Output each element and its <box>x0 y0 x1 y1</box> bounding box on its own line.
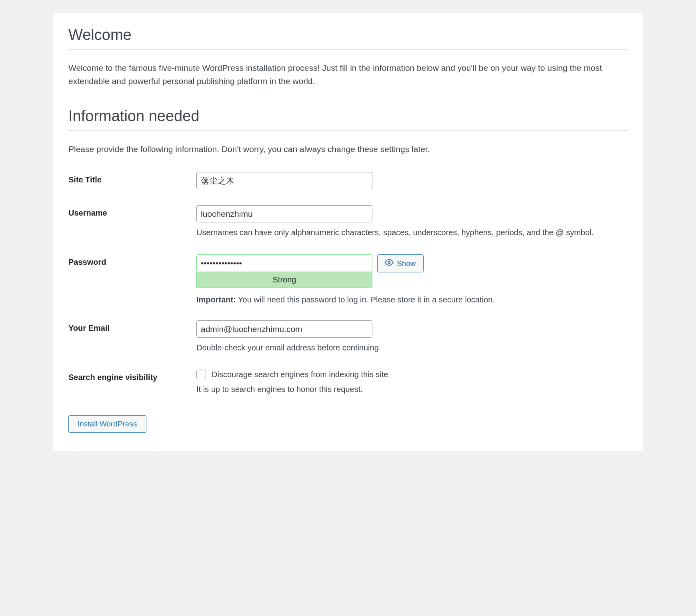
password-row: Password Strong S <box>68 254 628 304</box>
welcome-intro: Welcome to the famous five-minute WordPr… <box>68 62 628 88</box>
important-label: Important: <box>196 295 236 304</box>
password-input[interactable] <box>196 254 372 272</box>
search-visibility-checkbox[interactable] <box>196 370 206 379</box>
username-row: Username Usernames can have only alphanu… <box>68 205 628 238</box>
email-input[interactable] <box>196 320 372 338</box>
email-label: Your Email <box>68 324 110 332</box>
search-visibility-description: It is up to search engines to honor this… <box>196 383 628 395</box>
email-description: Double-check your email address before c… <box>196 342 628 354</box>
username-label: Username <box>68 208 107 217</box>
password-label: Password <box>68 258 106 266</box>
important-text: You will need this password to log in. P… <box>236 295 495 304</box>
info-needed-heading: Information needed <box>68 108 628 131</box>
eye-icon <box>385 258 394 269</box>
install-card: Welcome Welcome to the famous five-minut… <box>52 12 644 451</box>
search-visibility-row: Search engine visibility Discourage sear… <box>68 370 628 395</box>
password-strength: Strong <box>196 272 372 288</box>
password-important-note: Important: You will need this password t… <box>196 295 628 304</box>
search-visibility-label: Search engine visibility <box>68 373 157 382</box>
email-row: Your Email Double-check your email addre… <box>68 320 628 354</box>
username-description: Usernames can have only alphanumeric cha… <box>196 226 628 238</box>
search-visibility-checkbox-label: Discourage search engines from indexing … <box>212 370 388 379</box>
show-password-button[interactable]: Show <box>377 254 424 272</box>
show-button-label: Show <box>397 259 416 268</box>
username-input[interactable] <box>196 205 372 222</box>
site-title-label: Site Title <box>68 175 102 184</box>
install-wordpress-button[interactable]: Install WordPress <box>68 415 146 433</box>
welcome-heading: Welcome <box>68 26 628 50</box>
install-form: Site Title Username Usernames can have o… <box>68 172 628 396</box>
info-needed-sub: Please provide the following information… <box>68 143 628 156</box>
site-title-input[interactable] <box>196 172 372 189</box>
site-title-row: Site Title <box>68 172 628 189</box>
svg-point-0 <box>388 262 390 264</box>
